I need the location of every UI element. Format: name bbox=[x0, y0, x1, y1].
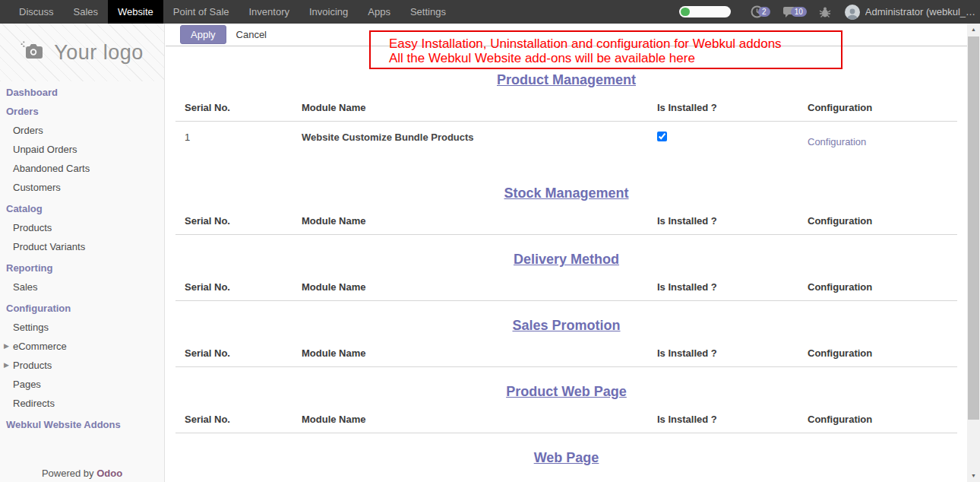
section-title: Sales Promotion bbox=[166, 318, 967, 334]
col-serial-no: Serial No. bbox=[185, 347, 302, 359]
activity-menu[interactable]: 2 bbox=[751, 5, 770, 18]
sidebar-item-orders[interactable]: Orders bbox=[0, 121, 164, 140]
menu-settings[interactable]: Settings bbox=[400, 0, 456, 24]
odoo-brand-link[interactable]: Odoo bbox=[96, 468, 122, 479]
company-logo[interactable]: Your logo bbox=[0, 24, 164, 81]
progress-fill bbox=[681, 8, 690, 16]
menu-discuss[interactable]: Discuss bbox=[9, 0, 64, 24]
section-title: Product Web Page bbox=[166, 384, 967, 400]
section-web-page: Web Page Serial No. Module Name Is Insta… bbox=[166, 450, 967, 482]
section-title: Stock Management bbox=[166, 186, 967, 201]
sidebar-item-config-products[interactable]: ▶Products bbox=[0, 356, 164, 375]
top-menu-list: Discuss Sales Website Point of Sale Inve… bbox=[9, 0, 456, 24]
addon-sections: Product Management Serial No. Module Nam… bbox=[166, 46, 967, 482]
sidebar-heading-reporting[interactable]: Reporting bbox=[0, 258, 164, 277]
col-configuration: Configuration bbox=[808, 281, 957, 293]
sidebar-item-products[interactable]: Products bbox=[0, 218, 164, 237]
chevron-right-icon: ▶ bbox=[4, 356, 9, 375]
sidebar-nav: Dashboard Orders Orders Unpaid Orders Ab… bbox=[0, 83, 164, 434]
sidebar-item-redirects[interactable]: Redirects bbox=[0, 394, 164, 413]
annotation-line-2: All the Webkul Website add-ons will be a… bbox=[389, 51, 841, 65]
col-configuration: Configuration bbox=[808, 102, 957, 113]
scroll-up-arrow[interactable]: ▲ bbox=[967, 24, 980, 36]
table-header: Serial No. Module Name Is Installed ? Co… bbox=[175, 414, 957, 433]
user-avatar[interactable] bbox=[845, 5, 860, 20]
col-module-name: Module Name bbox=[302, 215, 657, 227]
sidebar-item-dashboard[interactable]: Dashboard bbox=[0, 83, 164, 102]
user-menu[interactable]: Administrator (webkul_… bbox=[865, 6, 975, 17]
col-is-installed: Is Installed ? bbox=[657, 414, 808, 425]
table-row: 1 Website Customize Bundle Products Conf… bbox=[175, 122, 957, 169]
section-delivery-method: Delivery Method Serial No. Module Name I… bbox=[166, 252, 967, 301]
menu-point-of-sale[interactable]: Point of Sale bbox=[163, 0, 239, 24]
vertical-scrollbar[interactable]: ▲ ▼ bbox=[967, 24, 980, 482]
col-configuration: Configuration bbox=[808, 215, 957, 227]
sidebar-item-product-variants[interactable]: Product Variants bbox=[0, 237, 164, 256]
camera-icon bbox=[21, 41, 46, 64]
col-module-name: Module Name bbox=[302, 102, 657, 113]
sidebar-item-abandoned-carts[interactable]: Abandoned Carts bbox=[0, 159, 164, 178]
cancel-button[interactable]: Cancel bbox=[236, 29, 267, 40]
col-serial-no: Serial No. bbox=[185, 281, 302, 293]
messages-menu[interactable]: 10 bbox=[782, 6, 807, 18]
annotation-callout: Easy Installation, Uninstallation and co… bbox=[369, 30, 842, 69]
col-is-installed: Is Installed ? bbox=[657, 215, 808, 227]
sidebar-item-ecommerce[interactable]: ▶eCommerce bbox=[0, 337, 164, 356]
sidebar-item-pages[interactable]: Pages bbox=[0, 375, 164, 394]
sidebar-item-label: Products bbox=[13, 360, 52, 371]
activity-badge: 2 bbox=[758, 7, 770, 17]
section-stock-management: Stock Management Serial No. Module Name … bbox=[166, 186, 967, 235]
powered-by: Powered by Odoo bbox=[0, 468, 164, 479]
cell-installed bbox=[657, 132, 808, 144]
section-title: Product Management bbox=[166, 72, 967, 88]
messages-badge: 10 bbox=[791, 7, 807, 17]
menu-sales[interactable]: Sales bbox=[64, 0, 109, 24]
sidebar-item-webkul-website-addons[interactable]: Webkul Website Addons bbox=[0, 415, 164, 434]
col-is-installed: Is Installed ? bbox=[657, 102, 808, 113]
annotation-line-1: Easy Installation, Uninstallation and co… bbox=[389, 36, 841, 51]
col-serial-no: Serial No. bbox=[185, 414, 302, 425]
sidebar: Your logo Dashboard Orders Orders Unpaid… bbox=[0, 24, 165, 482]
sidebar-item-settings[interactable]: Settings bbox=[0, 318, 164, 337]
menu-apps[interactable]: Apps bbox=[358, 0, 400, 24]
table-header: Serial No. Module Name Is Installed ? Co… bbox=[175, 347, 957, 367]
sidebar-item-label: eCommerce bbox=[13, 341, 67, 352]
bug-icon bbox=[819, 6, 831, 18]
powered-by-label: Powered by bbox=[42, 468, 94, 479]
sidebar-heading-catalog[interactable]: Catalog bbox=[0, 199, 164, 218]
col-module-name: Module Name bbox=[302, 414, 657, 425]
top-navbar: Discuss Sales Website Point of Sale Inve… bbox=[0, 0, 980, 24]
scrollbar-thumb[interactable] bbox=[968, 36, 979, 420]
col-is-installed: Is Installed ? bbox=[657, 281, 808, 293]
sidebar-item-unpaid-orders[interactable]: Unpaid Orders bbox=[0, 140, 164, 159]
col-module-name: Module Name bbox=[302, 281, 657, 293]
menu-invoicing[interactable]: Invoicing bbox=[299, 0, 358, 24]
configuration-link[interactable]: Configuration bbox=[808, 136, 866, 147]
col-serial-no: Serial No. bbox=[185, 102, 302, 113]
sidebar-item-customers[interactable]: Customers bbox=[0, 178, 164, 197]
menu-inventory[interactable]: Inventory bbox=[239, 0, 299, 24]
section-product-web-page: Product Web Page Serial No. Module Name … bbox=[166, 384, 967, 433]
section-sales-promotion: Sales Promotion Serial No. Module Name I… bbox=[166, 318, 967, 367]
sidebar-heading-orders[interactable]: Orders bbox=[0, 102, 164, 121]
section-title: Web Page bbox=[166, 450, 967, 466]
menu-website[interactable]: Website bbox=[108, 0, 163, 24]
section-title: Delivery Method bbox=[166, 252, 967, 268]
apply-button[interactable]: Apply bbox=[180, 25, 226, 44]
cell-module-name: Website Customize Bundle Products bbox=[302, 132, 657, 143]
trial-progress-bar[interactable] bbox=[679, 6, 731, 17]
col-configuration: Configuration bbox=[808, 414, 957, 425]
table-header: Serial No. Module Name Is Installed ? Co… bbox=[175, 215, 957, 235]
col-configuration: Configuration bbox=[808, 347, 957, 359]
installed-checkbox[interactable] bbox=[657, 132, 667, 141]
sidebar-heading-configuration[interactable]: Configuration bbox=[0, 299, 164, 318]
table-header: Serial No. Module Name Is Installed ? Co… bbox=[175, 102, 957, 122]
table-header: Serial No. Module Name Is Installed ? Co… bbox=[175, 281, 957, 301]
systray: 2 10 Administrator (webkul_… bbox=[679, 5, 975, 20]
scroll-down-arrow[interactable]: ▼ bbox=[967, 470, 980, 482]
sidebar-item-sales[interactable]: Sales bbox=[0, 277, 164, 296]
debug-menu[interactable] bbox=[819, 6, 831, 18]
logo-text: Your logo bbox=[54, 41, 144, 65]
chevron-right-icon: ▶ bbox=[4, 337, 9, 356]
col-module-name: Module Name bbox=[302, 347, 657, 359]
